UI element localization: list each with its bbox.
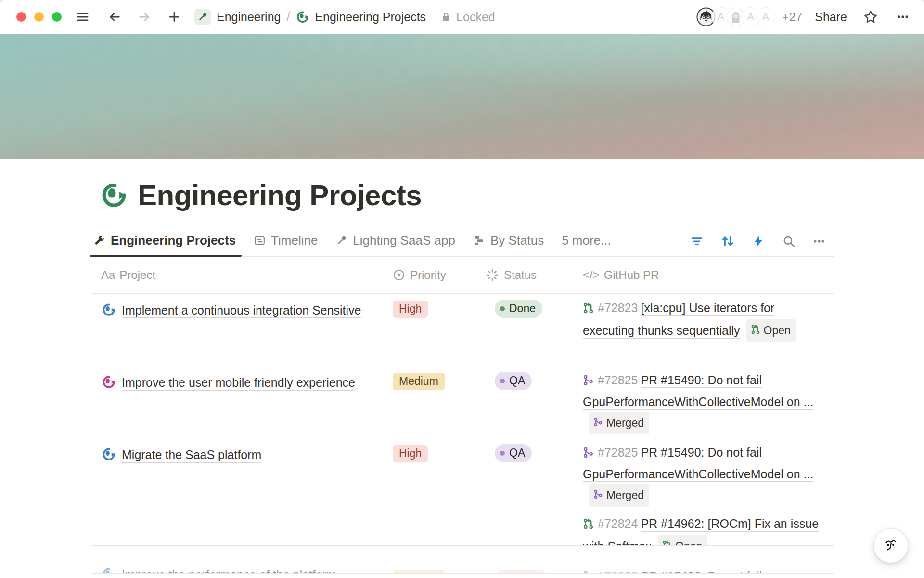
pr-merged-icon [583,567,594,573]
priority-cell[interactable]: Medium [385,366,480,438]
text-type-icon: Aa [101,268,115,282]
share-button[interactable]: Share [815,10,847,24]
github-pr-link[interactable]: #72825PR #15490: Do not fail GpuPerforma… [583,566,826,573]
pr-state-badge: Merged [589,484,649,507]
more-views-button[interactable]: 5 more... [562,223,611,256]
status-cell[interactable]: QA [480,366,577,438]
hammer-icon[interactable] [194,9,211,25]
breadcrumb-parent[interactable]: Engineering [217,10,281,24]
column-header-github-pr[interactable]: </> GitHub PR [577,257,834,293]
zoom-window-button[interactable] [52,12,62,22]
view-tabs-bar: Engineering Projects Timeline Lighting S… [91,223,834,257]
breadcrumb: Engineering / Engineering Projects [194,9,426,25]
table-header-row: Aa Project Priority Status </> GitHub PR [91,257,834,294]
column-header-project[interactable]: Aa Project [91,257,385,293]
new-tab-button[interactable] [166,8,183,26]
status-cell[interactable]: In Dev [480,546,577,573]
project-cell[interactable]: Migrate the SaaS platform [91,438,385,545]
minimize-window-button[interactable] [34,12,44,22]
project-title-link[interactable]: Migrate the SaaS platform [122,448,261,463]
hammer-icon [335,235,347,247]
github-pr-link[interactable]: #72824PR #14962: [ROCm] Fix an issue wit… [583,513,826,545]
forward-button[interactable] [136,8,153,26]
project-cell[interactable]: Implement a continuous integration Sensi… [91,294,385,366]
page-title-row: Engineering Projects [91,180,834,210]
column-header-priority[interactable]: Priority [385,257,480,293]
pr-number: #72825 [598,569,638,573]
priority-cell[interactable]: Medium [385,546,480,573]
priority-cell[interactable]: High [385,294,480,366]
page-content: Engineering Projects Engineering Project… [91,180,834,574]
topbar-more-button[interactable] [894,8,911,26]
tab-label: Timeline [271,233,318,248]
project-cell[interactable]: Improve the user mobile friendly experie… [91,366,385,438]
page-title[interactable]: Engineering Projects [138,179,422,212]
view-controls [689,233,834,256]
pr-merged-icon [593,413,603,433]
notion-ai-button[interactable] [873,528,908,563]
github-pr-link[interactable]: #72825PR #15490: Do not fail GpuPerforma… [583,370,826,434]
github-pr-cell[interactable]: #72825PR #15490: Do not fail GpuPerforma… [577,546,834,573]
loop-page-icon [295,10,309,24]
loop-project-icon [101,566,116,573]
pr-merged-icon [593,485,603,505]
circle-arrow-icon [392,268,406,282]
tab-label: Lighting SaaS app [353,233,455,248]
pr-number: #72825 [598,446,638,459]
spinner-icon [485,268,500,282]
sidebar-toggle-button[interactable] [74,8,91,26]
github-pr-cell[interactable]: #72823[xla:cpu] Use iterators for execut… [577,294,834,366]
breadcrumb-current[interactable]: Engineering Projects [315,10,426,24]
favorite-star-button[interactable] [861,8,880,26]
loop-project-icon [101,302,116,323]
status-badge: In Dev [495,570,548,573]
window-controls [16,12,62,22]
page-loop-icon[interactable] [99,181,127,209]
locked-indicator[interactable]: Locked [440,10,495,24]
tab-timeline[interactable]: Timeline [254,223,318,256]
priority-badge: Medium [393,570,445,573]
priority-badge: High [393,445,428,462]
tab-engineering-projects[interactable]: Engineering Projects [93,223,236,256]
breadcrumb-separator: / [286,10,290,24]
notion-window: Engineering / Engineering Projects Locke… [0,0,924,578]
pr-state-badge: Open [658,535,707,545]
tab-by-status[interactable]: By Status [473,223,544,256]
tab-label: Engineering Projects [111,233,236,248]
ai-face-icon [882,537,899,555]
status-badge: QA [495,372,532,390]
status-cell[interactable]: QA [480,438,577,545]
github-pr-cell[interactable]: #72825PR #15490: Do not fail GpuPerforma… [577,366,834,438]
github-pr-link[interactable]: #72825PR #15490: Do not fail GpuPerforma… [583,442,826,507]
status-badge: Done [495,300,542,318]
loop-project-icon [101,374,116,395]
loop-project-icon [101,447,116,468]
project-cell[interactable]: Improve the performance of the platform [91,546,385,573]
project-title-link[interactable]: Improve the user mobile friendly experie… [122,376,355,391]
search-button[interactable] [781,234,796,249]
board-icon [473,235,485,247]
view-more-button[interactable] [811,234,827,249]
table-row-partial: Improve the performance of the platform … [91,546,834,574]
priority-cell[interactable]: High [385,438,480,545]
pr-state-badge: Open [746,319,796,342]
status-dot [500,451,505,456]
pr-open-icon [751,320,760,341]
column-header-status[interactable]: Status [480,257,577,293]
sort-button[interactable] [719,233,736,250]
github-pr-cell[interactable]: #72825PR #15490: Do not fail GpuPerforma… [577,438,834,545]
status-cell[interactable]: Done [480,294,577,366]
table-row: Implement a continuous integration Sensi… [91,294,834,366]
pr-state-badge: Merged [589,412,649,434]
presence-overflow-count[interactable]: +27 [782,10,802,24]
project-title-link[interactable]: Improve the performance of the platform [122,568,336,573]
status-dot [500,306,505,311]
filter-button[interactable] [689,234,705,249]
tab-lighting-saas-app[interactable]: Lighting SaaS app [335,223,455,256]
close-window-button[interactable] [16,12,26,22]
avatar-initial[interactable]: A [756,7,775,26]
github-pr-link[interactable]: #72823[xla:cpu] Use iterators for execut… [583,298,826,342]
back-button[interactable] [106,8,123,26]
automation-bolt-button[interactable] [751,234,766,249]
project-title-link[interactable]: Implement a continuous integration Sensi… [122,303,361,318]
